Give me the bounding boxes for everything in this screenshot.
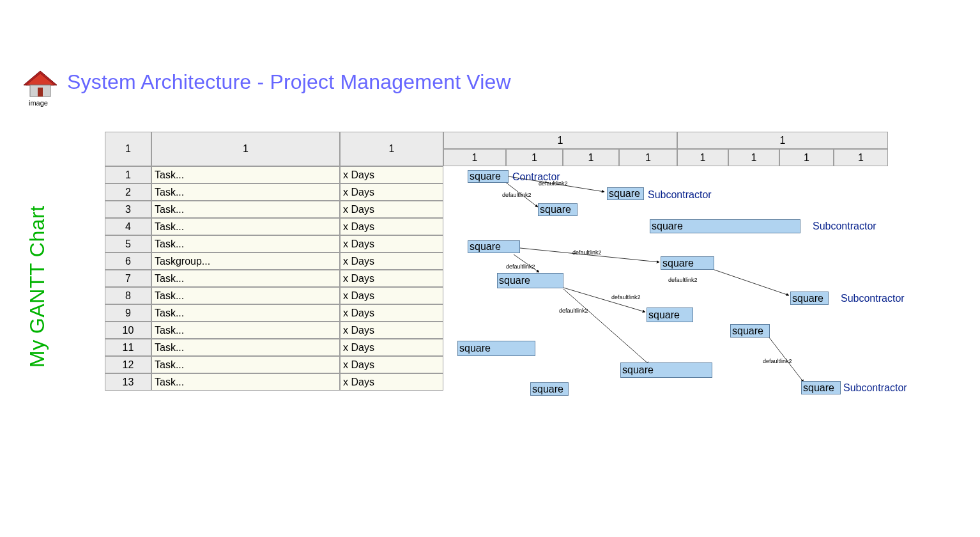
svg-rect-3	[38, 88, 43, 97]
task-name: Task...	[151, 218, 340, 235]
home-icon-label: image	[29, 99, 48, 107]
gantt-bar[interactable]: square	[457, 341, 535, 356]
page-title: System Architecture - Project Management…	[67, 70, 511, 94]
header-sub-cell: 1	[834, 149, 888, 166]
task-duration: x Days	[340, 183, 443, 201]
gantt-bar[interactable]: square	[538, 203, 578, 216]
task-name: Task...	[151, 339, 340, 356]
task-duration: x Days	[340, 322, 443, 339]
gantt-link-label: defaultlink2	[572, 249, 602, 256]
row-number: 2	[105, 183, 151, 201]
gantt-bar[interactable]: square	[790, 292, 829, 305]
header-sub-cell: 1	[728, 149, 779, 166]
gantt-link-label: defaultlink2	[668, 277, 698, 283]
header-sub-cell: 1	[506, 149, 563, 166]
header-cell: 1	[340, 132, 443, 166]
gantt-link-label: defaultlink2	[502, 192, 532, 198]
task-name: Task...	[151, 270, 340, 287]
gantt-bar[interactable]: square	[661, 256, 714, 270]
row-number: 13	[105, 373, 151, 391]
header-sub-cell: 1	[443, 149, 506, 166]
task-name: Task...	[151, 373, 340, 391]
row-number: 7	[105, 270, 151, 287]
task-duration: x Days	[340, 253, 443, 270]
task-name: Task...	[151, 322, 340, 339]
gantt-bar-label: Subcontractor	[813, 221, 877, 232]
gantt-link-label: defaultlink2	[763, 358, 792, 364]
gantt-bar[interactable]: square	[530, 382, 569, 396]
side-label: My GANTT Chart	[26, 205, 49, 368]
gantt-bar-label: Subcontractor	[648, 189, 712, 201]
header-sub-cell: 1	[677, 149, 728, 166]
header-cell: 1	[105, 132, 151, 166]
header-cell: 1	[677, 132, 888, 149]
task-duration: x Days	[340, 356, 443, 373]
task-duration: x Days	[340, 201, 443, 218]
gantt-bar[interactable]: square	[647, 307, 693, 322]
row-number: 4	[105, 218, 151, 235]
row-number: 3	[105, 201, 151, 218]
header-sub-cell: 1	[619, 149, 677, 166]
task-duration: x Days	[340, 304, 443, 322]
row-number: 1	[105, 166, 151, 183]
header-cell: 1	[151, 132, 340, 166]
row-number: 12	[105, 356, 151, 373]
gantt-link-label: defaultlink2	[611, 294, 641, 300]
task-name: Taskgroup...	[151, 253, 340, 270]
task-name: Task...	[151, 235, 340, 253]
header-sub-cell: 1	[563, 149, 619, 166]
row-number: 5	[105, 235, 151, 253]
row-number: 10	[105, 322, 151, 339]
task-duration: x Days	[340, 235, 443, 253]
row-number: 11	[105, 339, 151, 356]
task-duration: x Days	[340, 339, 443, 356]
task-duration: x Days	[340, 287, 443, 304]
header-sub-cell: 1	[779, 149, 834, 166]
row-number: 8	[105, 287, 151, 304]
gantt-link-label: defaultlink2	[506, 263, 535, 270]
gantt-bar[interactable]: square	[801, 381, 841, 394]
gantt-area: squaresquaresquaresquaresquaresquaresqua…	[443, 166, 923, 403]
task-duration: x Days	[340, 373, 443, 391]
gantt-link-label: defaultlink2	[559, 307, 588, 314]
task-duration: x Days	[340, 166, 443, 183]
header-cell: 1	[443, 132, 677, 149]
gantt-bar-label: Subcontractor	[843, 382, 907, 394]
task-name: Task...	[151, 287, 340, 304]
gantt-bar[interactable]: square	[497, 273, 563, 288]
gantt-bar[interactable]: square	[607, 187, 644, 200]
task-name: Task...	[151, 201, 340, 218]
gantt-bar[interactable]: square	[620, 362, 712, 378]
row-number: 9	[105, 304, 151, 322]
gantt-bar[interactable]: square	[730, 324, 770, 338]
task-duration: x Days	[340, 218, 443, 235]
task-name: Task...	[151, 166, 340, 183]
task-duration: x Days	[340, 270, 443, 287]
gantt-link-arrow	[714, 270, 789, 295]
row-number: 6	[105, 253, 151, 270]
gantt-bar[interactable]: square	[468, 240, 520, 253]
gantt-bar[interactable]: square	[468, 170, 509, 183]
gantt-bar[interactable]: square	[650, 219, 800, 233]
task-name: Task...	[151, 304, 340, 322]
gantt-bar-label: Subcontractor	[841, 293, 905, 304]
task-name: Task...	[151, 183, 340, 201]
home-icon	[21, 68, 59, 100]
gantt-link-label: defaultlink2	[539, 180, 568, 187]
task-name: Task...	[151, 356, 340, 373]
